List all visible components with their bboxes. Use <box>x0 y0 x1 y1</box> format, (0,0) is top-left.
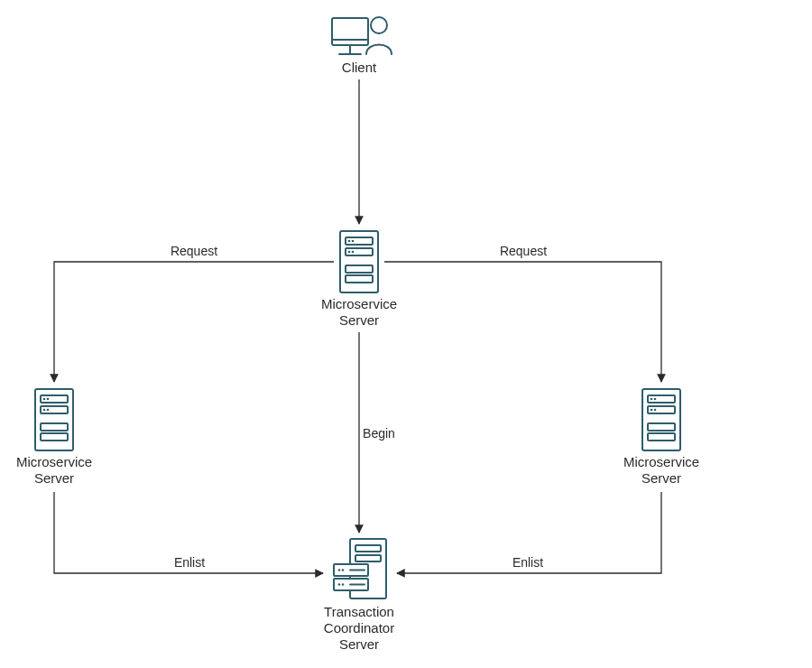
node-coordinator: Transaction Coordinator Server <box>324 539 394 652</box>
edge-ms-left-to-coordinator-label: Enlist <box>174 555 205 570</box>
edge-ms-top-to-ms-right: Request <box>384 244 661 382</box>
edge-ms-left-to-coordinator: Enlist <box>54 492 323 573</box>
node-ms-top-label2: Server <box>339 312 379 328</box>
client-icon <box>332 17 392 54</box>
node-ms-left-label1: Microservice <box>16 454 92 469</box>
edge-ms-top-to-ms-left: Request <box>54 244 334 382</box>
edge-ms-top-to-ms-right-label: Request <box>500 244 547 258</box>
edge-ms-top-to-ms-left-label: Request <box>171 244 217 258</box>
edge-ms-top-to-coordinator-label: Begin <box>363 426 395 441</box>
coordinator-icon <box>334 539 386 598</box>
node-coordinator-label1: Transaction <box>324 604 394 619</box>
node-ms-left-label2: Server <box>34 470 74 486</box>
node-coordinator-label2: Coordinator <box>324 620 394 636</box>
server-icon <box>340 231 378 292</box>
edge-ms-right-to-coordinator-label: Enlist <box>512 555 543 570</box>
node-ms-top-label1: Microservice <box>321 296 397 311</box>
edge-ms-right-to-coordinator: Enlist <box>397 492 661 573</box>
diagram-canvas: Client Microservice Server Microservice … <box>0 0 812 668</box>
node-client-label: Client <box>342 60 377 75</box>
node-client: Client <box>332 17 392 75</box>
server-icon <box>35 389 73 450</box>
server-icon <box>642 389 680 450</box>
node-ms-right: Microservice Server <box>623 389 699 486</box>
node-ms-right-label1: Microservice <box>623 454 699 469</box>
node-coordinator-label3: Server <box>339 636 379 652</box>
edge-ms-top-to-coordinator: Begin <box>359 332 395 533</box>
node-ms-left: Microservice Server <box>16 389 92 486</box>
node-ms-top: Microservice Server <box>321 231 397 328</box>
node-ms-right-label2: Server <box>641 470 681 486</box>
